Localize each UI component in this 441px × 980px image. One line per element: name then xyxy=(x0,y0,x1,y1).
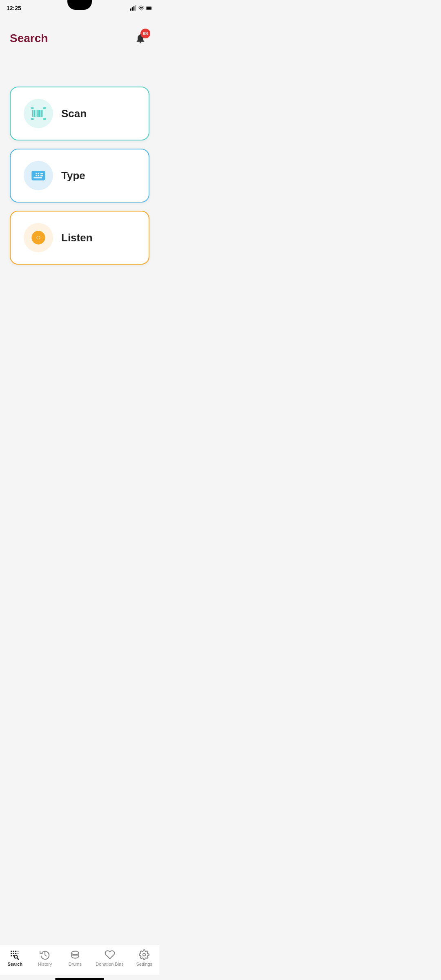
svg-rect-3 xyxy=(135,5,136,11)
svg-rect-11 xyxy=(11,951,12,952)
svg-point-23 xyxy=(71,951,78,955)
bottom-nav: Search History Drums Do xyxy=(0,944,159,975)
history-nav-icon xyxy=(40,949,50,960)
drums-nav-label: Drums xyxy=(69,962,82,967)
main-content: Scan Type Listen xyxy=(0,78,159,944)
listen-card[interactable]: Listen xyxy=(10,211,149,265)
svg-rect-1 xyxy=(132,7,133,11)
type-icon-wrapper xyxy=(24,161,53,190)
nav-item-settings[interactable]: Settings xyxy=(130,948,158,968)
type-label: Type xyxy=(61,169,85,182)
notification-badge: 68 xyxy=(140,29,150,38)
svg-rect-19 xyxy=(17,951,18,952)
listen-icon xyxy=(30,229,47,246)
donation-bins-nav-icon xyxy=(105,949,115,960)
notification-button[interactable]: 68 xyxy=(131,29,149,47)
svg-rect-16 xyxy=(15,953,16,954)
nav-item-history[interactable]: History xyxy=(31,948,59,968)
history-nav-label: History xyxy=(38,962,52,967)
svg-point-25 xyxy=(143,953,146,956)
battery-icon xyxy=(146,5,153,11)
settings-nav-label: Settings xyxy=(136,962,152,967)
drums-nav-icon xyxy=(70,949,80,960)
type-card[interactable]: Type xyxy=(10,149,149,203)
scan-label: Scan xyxy=(61,107,87,120)
svg-rect-17 xyxy=(11,955,12,956)
svg-point-4 xyxy=(141,10,141,10)
nav-item-donation-bins[interactable]: Donation Bins xyxy=(91,948,129,968)
svg-rect-0 xyxy=(130,9,131,11)
settings-nav-icon xyxy=(139,949,149,960)
search-nav-icon xyxy=(10,949,20,960)
signal-icon xyxy=(130,5,136,11)
listen-icon-wrapper xyxy=(24,223,53,252)
svg-line-22 xyxy=(17,958,19,960)
header: Search 68 xyxy=(0,21,159,54)
svg-rect-12 xyxy=(13,951,14,952)
status-icons xyxy=(130,5,153,11)
svg-rect-13 xyxy=(15,951,16,952)
keyboard-icon xyxy=(30,167,47,184)
svg-rect-14 xyxy=(11,953,12,954)
donation-bins-nav-label: Donation Bins xyxy=(96,962,124,967)
scan-icon-wrapper xyxy=(24,99,53,128)
nav-item-drums[interactable]: Drums xyxy=(61,948,89,968)
svg-rect-20 xyxy=(17,953,18,954)
listen-label: Listen xyxy=(61,232,93,244)
nav-item-search[interactable]: Search xyxy=(1,948,29,968)
wifi-icon xyxy=(138,5,145,11)
svg-rect-2 xyxy=(134,6,135,11)
camera-notch xyxy=(67,0,92,10)
barcode-scan-icon xyxy=(30,105,47,122)
scan-card[interactable]: Scan xyxy=(10,87,149,140)
svg-rect-15 xyxy=(13,953,14,954)
status-time: 12:25 xyxy=(7,5,21,11)
svg-rect-6 xyxy=(147,7,151,9)
home-indicator xyxy=(55,978,104,980)
page-title: Search xyxy=(10,32,48,45)
search-nav-label: Search xyxy=(7,962,22,967)
